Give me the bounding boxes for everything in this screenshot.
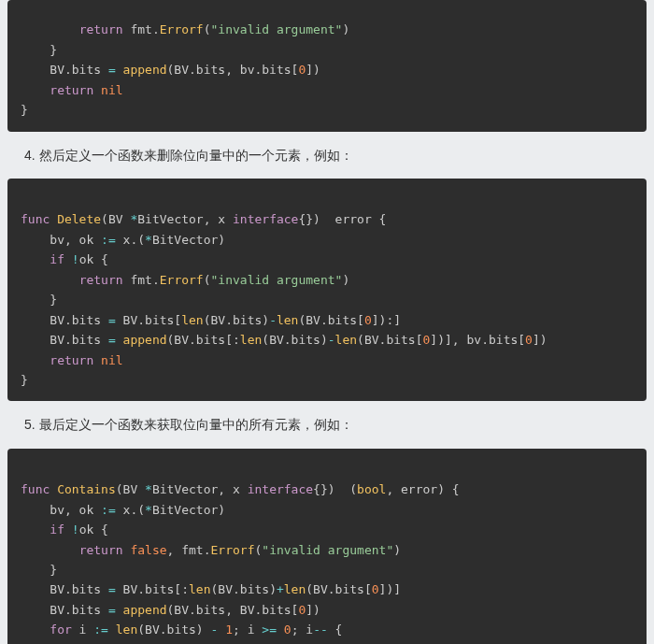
code-block-1: return fmt.Errorf("invalid argument") } … <box>7 0 647 132</box>
code-block-2: func Delete(BV *BitVector, x interface{}… <box>7 179 647 401</box>
step5-text: 5. 最后定义一个函数来获取位向量中的所有元素，例如： <box>0 401 654 448</box>
code-block-3: func Contains(BV *BitVector, x interface… <box>7 449 647 644</box>
step4-text: 4. 然后定义一个函数来删除位向量中的一个元素，例如： <box>0 132 654 179</box>
